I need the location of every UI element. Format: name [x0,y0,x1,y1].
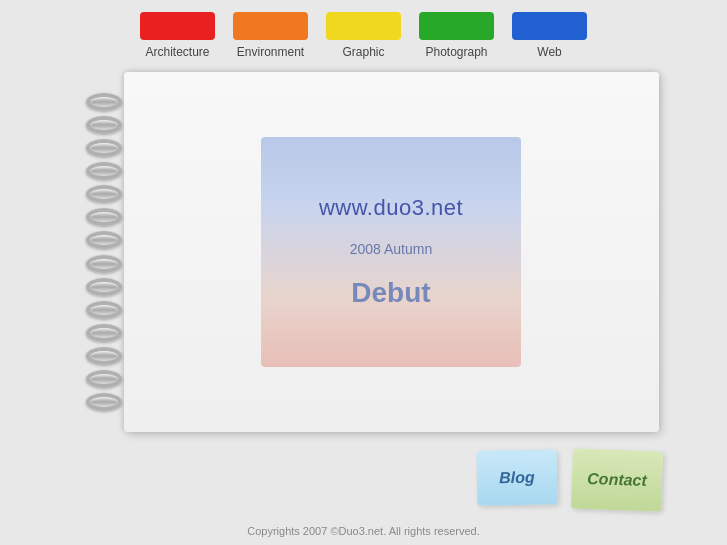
spiral-ring [86,185,122,203]
nav-item-photograph[interactable]: Photograph [419,12,494,59]
spiral-ring [86,324,122,342]
spiral-ring [86,162,122,180]
spiral-ring [86,301,122,319]
spiral-binding [69,72,139,432]
spiral-ring [86,393,122,411]
season-text: 2008 Autumn [350,241,433,257]
spiral-ring [86,116,122,134]
nav-label-graphic: Graphic [342,45,384,59]
debut-text: Debut [351,277,430,309]
center-box: www.duo3.net 2008 Autumn Debut [261,137,521,367]
site-url[interactable]: www.duo3.net [319,195,463,221]
nav-bar: ArchitectureEnvironmentGraphicPhotograph… [0,0,727,67]
nav-item-architecture[interactable]: Architecture [140,12,215,59]
spiral-ring [86,139,122,157]
spiral-ring [86,370,122,388]
notebook-page: www.duo3.net 2008 Autumn Debut [124,72,659,432]
footer: Copyrights 2007 ©Duo3.net. All rights re… [0,525,727,537]
nav-color-web [512,12,587,40]
contact-button[interactable]: Contact [571,448,663,511]
spiral-ring [86,208,122,226]
contact-label: Contact [587,470,647,490]
nav-label-environment: Environment [237,45,304,59]
spiral-ring [86,255,122,273]
blog-label: Blog [499,468,535,487]
spiral-ring [86,93,122,111]
nav-label-architecture: Architecture [145,45,209,59]
nav-color-graphic [326,12,401,40]
nav-item-web[interactable]: Web [512,12,587,59]
spiral-ring [86,278,122,296]
nav-label-web: Web [537,45,561,59]
spiral-ring [86,347,122,365]
nav-item-environment[interactable]: Environment [233,12,308,59]
nav-color-environment [233,12,308,40]
nav-item-graphic[interactable]: Graphic [326,12,401,59]
blog-button[interactable]: Blog [477,449,558,505]
copyright-text: Copyrights 2007 ©Duo3.net. All rights re… [247,525,480,537]
notebook-wrapper: www.duo3.net 2008 Autumn Debut [69,72,659,432]
spiral-ring [86,231,122,249]
nav-color-photograph [419,12,494,40]
nav-color-architecture [140,12,215,40]
nav-label-photograph: Photograph [425,45,487,59]
